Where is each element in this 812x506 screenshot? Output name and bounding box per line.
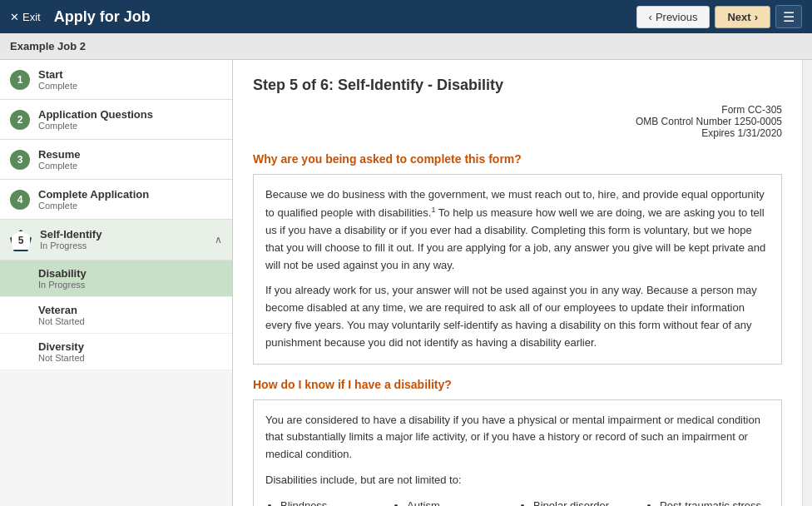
- step-1-status: Complete: [38, 81, 222, 91]
- exit-button[interactable]: ✕ Exit: [10, 11, 41, 23]
- sidebar: 1 Start Complete 2 Application Questions…: [0, 60, 233, 506]
- step-1-name: Start: [38, 68, 222, 81]
- section1-heading: Why are you being asked to complete this…: [253, 152, 782, 166]
- list-item: Post-traumatic stress disorder (PTSD): [660, 498, 770, 506]
- section1-content: Because we do business with the governme…: [253, 174, 782, 365]
- step-2-status: Complete: [38, 121, 222, 131]
- step-5-status: In Progress: [40, 241, 211, 251]
- disability-col-4: Post-traumatic stress disorder (PTSD): [645, 498, 770, 506]
- scrollbar[interactable]: [802, 60, 812, 506]
- form-number: Form CC-305: [253, 104, 782, 116]
- disability-col-3: Bipolar disorder Major depression: [518, 498, 643, 506]
- exit-label: Exit: [22, 11, 41, 23]
- sub-disability-status: In Progress: [38, 280, 222, 290]
- step-5-number: 5: [10, 230, 32, 251]
- disability-list: Disabilities include, but are not limite…: [265, 472, 770, 506]
- previous-button[interactable]: ‹ Previous: [636, 6, 710, 28]
- content-area: Step 5 of 6: Self-Identify - Disability …: [233, 60, 802, 506]
- step-3-info: Resume Complete: [38, 148, 222, 171]
- expires: Expires 1/31/2020: [253, 127, 782, 139]
- disability-columns: Blindness Deafness Autism Cerebral palsy…: [265, 498, 770, 506]
- chevron-left-icon: ‹: [649, 11, 652, 23]
- step-4-name: Complete Application: [38, 188, 222, 201]
- step-2-name: Application Questions: [38, 108, 222, 121]
- list-item: Blindness: [280, 498, 390, 506]
- omb-control: OMB Control Number 1250-0005: [253, 116, 782, 127]
- step-4-info: Complete Application Complete: [38, 188, 222, 211]
- sidebar-item-resume[interactable]: 3 Resume Complete: [0, 140, 232, 180]
- step-3-status: Complete: [38, 161, 222, 171]
- step-1-number: 1: [10, 70, 30, 90]
- chevron-right-icon: ›: [755, 11, 758, 23]
- step-5-name: Self-Identify: [40, 228, 211, 241]
- previous-label: Previous: [656, 11, 698, 23]
- sub-diversity-status: Not Started: [38, 353, 222, 363]
- disability-col-1: Blindness Deafness: [265, 498, 390, 506]
- section2-heading: How do I know if I have a disability?: [253, 378, 782, 391]
- step-2-info: Application Questions Complete: [38, 108, 222, 131]
- form-info: Form CC-305 OMB Control Number 1250-0005…: [253, 104, 782, 139]
- list-item: Bipolar disorder: [533, 498, 643, 506]
- step-2-number: 2: [10, 110, 30, 130]
- step-3-number: 3: [10, 150, 30, 170]
- disability-list-title: Disabilities include, but are not limite…: [265, 472, 770, 489]
- step-5-info: Self-Identify In Progress: [40, 228, 211, 251]
- sub-veteran-name: Veteran: [38, 304, 222, 316]
- step-5-chevron-icon: ∧: [215, 234, 222, 246]
- next-button[interactable]: Next ›: [715, 6, 770, 28]
- step-4-status: Complete: [38, 201, 222, 211]
- sidebar-item-self-identify[interactable]: 5 Self-Identify In Progress ∧: [0, 220, 232, 260]
- job-title: Example Job 2: [10, 40, 86, 52]
- hamburger-icon: ☰: [783, 9, 795, 25]
- step-title: Step 5 of 6: Self-Identify - Disability: [253, 77, 782, 94]
- section2-para1: You are considered to have a disability …: [265, 412, 770, 464]
- header-navigation: ‹ Previous Next › ☰: [636, 5, 802, 28]
- sub-item-disability[interactable]: Disability In Progress: [0, 260, 232, 297]
- section1-para1: Because we do business with the governme…: [265, 186, 770, 274]
- sub-item-veteran[interactable]: Veteran Not Started: [0, 297, 232, 334]
- sidebar-item-application-questions[interactable]: 2 Application Questions Complete: [0, 100, 232, 140]
- sub-item-diversity[interactable]: Diversity Not Started: [0, 334, 232, 370]
- step-3-name: Resume: [38, 148, 222, 161]
- next-label: Next: [727, 11, 750, 23]
- sub-veteran-status: Not Started: [38, 316, 222, 326]
- exit-icon: ✕: [10, 11, 19, 23]
- section2-content: You are considered to have a disability …: [253, 399, 782, 507]
- sidebar-item-start[interactable]: 1 Start Complete: [0, 60, 232, 100]
- menu-button[interactable]: ☰: [775, 5, 802, 28]
- sub-disability-name: Disability: [38, 267, 222, 280]
- section1-para2: If you already work for us, your answer …: [265, 282, 770, 351]
- step-1-info: Start Complete: [38, 68, 222, 91]
- sub-diversity-name: Diversity: [38, 340, 222, 353]
- sub-header: Example Job 2: [0, 33, 812, 60]
- app-header: ✕ Exit Apply for Job ‹ Previous Next › ☰: [0, 0, 812, 33]
- list-item: Autism: [407, 498, 517, 506]
- main-layout: 1 Start Complete 2 Application Questions…: [0, 60, 812, 506]
- step-4-number: 4: [10, 190, 30, 210]
- sidebar-item-complete-application[interactable]: 4 Complete Application Complete: [0, 180, 232, 220]
- disability-col-2: Autism Cerebral palsy: [392, 498, 517, 506]
- app-title: Apply for Job: [54, 8, 636, 26]
